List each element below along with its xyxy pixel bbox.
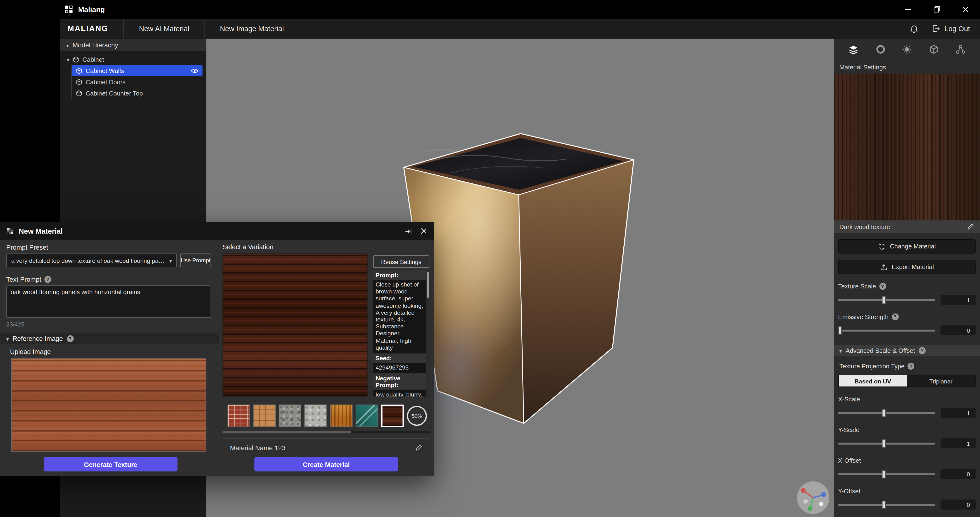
thumbnail-teal-marble[interactable] xyxy=(356,404,378,427)
tree-item-cabinet[interactable]: Cabinet xyxy=(60,54,207,65)
window-title: Maliang xyxy=(78,5,105,13)
projection-option-based-on-uv[interactable]: Based on UV xyxy=(839,375,907,387)
screen: Maliang MALIANG New AI Material New Imag… xyxy=(0,0,980,517)
edit-pencil-icon[interactable] xyxy=(967,223,974,230)
tree-item-label: Cabinet xyxy=(83,56,104,63)
thumbnail-gray-stone[interactable] xyxy=(304,404,327,427)
thumbnail-dark-wood-selected[interactable] xyxy=(381,404,404,427)
export-material-label: Export Material xyxy=(892,263,934,270)
texture-projection-label-row: Texture Projection Type xyxy=(834,356,980,370)
slider-thumb[interactable] xyxy=(882,296,886,304)
slider-label: Emissive Strength xyxy=(838,314,889,320)
model-hierarchy-header[interactable]: Model Hierachy xyxy=(60,39,207,51)
restore-button[interactable] xyxy=(923,0,951,19)
notifications-bell-icon[interactable] xyxy=(909,24,919,33)
x-scale-slider[interactable] xyxy=(838,412,935,414)
x-offset-group: X-Offset 0 xyxy=(838,457,976,479)
texture-scale-value[interactable]: 1 xyxy=(941,295,976,305)
create-material-button[interactable]: Create Material xyxy=(255,457,398,471)
text-prompt-input[interactable]: oak wood flooring panels with horizontal… xyxy=(6,285,211,318)
export-material-button[interactable]: Export Material xyxy=(838,260,976,274)
variation-preview-image[interactable] xyxy=(223,254,368,396)
collapse-caret-icon xyxy=(6,335,9,342)
scrollbar-thumb[interactable] xyxy=(223,431,352,433)
cube-icon[interactable] xyxy=(929,44,939,54)
new-material-dialog: New Material Prompt Preset a very detail… xyxy=(0,222,434,476)
y-scale-value[interactable]: 1 xyxy=(941,438,976,448)
settings-value: low quality, blurry, lines, patterns xyxy=(373,390,426,396)
info-icon xyxy=(67,335,73,342)
close-button[interactable] xyxy=(951,0,980,19)
tab-new-image-material[interactable]: New Image Material xyxy=(204,19,299,38)
dock-right-icon[interactable] xyxy=(404,227,412,235)
advanced-scale-offset-header[interactable]: Advanced Scale & Offset xyxy=(834,345,980,356)
navigation-gizmo[interactable] xyxy=(795,480,830,515)
export-icon xyxy=(880,263,887,271)
slider-thumb[interactable] xyxy=(838,326,842,335)
restore-icon xyxy=(933,5,940,13)
app-icon xyxy=(64,5,73,14)
generation-progress-badge[interactable]: 50% xyxy=(407,406,427,426)
x-scale-value[interactable]: 1 xyxy=(941,408,976,418)
change-material-button[interactable]: Change Material xyxy=(838,239,976,254)
reuse-settings-button[interactable]: Reuse Settings xyxy=(373,255,430,268)
dialog-titlebar[interactable]: New Material xyxy=(0,222,434,240)
material-name-field[interactable]: Material Name 123 xyxy=(230,444,285,451)
prompt-preset-select[interactable]: a very detailed top down texture of oak … xyxy=(6,254,177,267)
edit-pencil-icon[interactable] xyxy=(415,444,422,451)
ring-icon[interactable] xyxy=(876,44,886,54)
sun-icon[interactable] xyxy=(902,44,912,54)
minimize-icon xyxy=(904,5,912,13)
tab-new-ai-material[interactable]: New AI Material xyxy=(123,19,204,38)
slider-thumb[interactable] xyxy=(882,409,886,417)
slider-thumb[interactable] xyxy=(882,439,886,447)
settings-scrollbar[interactable] xyxy=(426,270,430,396)
tree-item-cabinet-doors[interactable]: Cabinet Doors xyxy=(72,76,202,87)
settings-label: Prompt: xyxy=(373,270,426,280)
slider-label: Y-Offset xyxy=(838,488,861,495)
emissive-strength-slider[interactable] xyxy=(838,329,935,331)
select-variation-label: Select a Variation xyxy=(223,243,274,251)
slider-label: Y-Scale xyxy=(838,427,859,433)
use-prompt-button[interactable]: Use Prompt xyxy=(180,254,211,267)
slider-thumb[interactable] xyxy=(882,470,886,478)
y-offset-group: Y-Offset 0 xyxy=(838,488,976,509)
texture-scale-slider[interactable] xyxy=(838,299,935,301)
info-icon xyxy=(919,347,926,354)
model-hierarchy-title: Model Hierachy xyxy=(73,41,118,49)
projection-option-triplanar[interactable]: Triplanar xyxy=(907,375,975,387)
dialog-close-icon[interactable] xyxy=(420,227,428,235)
y-offset-value[interactable]: 0 xyxy=(941,500,976,509)
minimize-button[interactable] xyxy=(894,0,923,19)
thumbnail-orange-wood[interactable] xyxy=(330,404,353,427)
thumbnail-tan-wood-planks[interactable] xyxy=(253,404,276,427)
tree-item-cabinet-counter-top[interactable]: Cabinet Counter Top xyxy=(72,87,202,98)
thumbnail-gravel[interactable] xyxy=(279,404,301,427)
generate-texture-button[interactable]: Generate Texture xyxy=(44,457,177,471)
thumbnail-red-brick[interactable] xyxy=(228,404,250,427)
x-offset-slider[interactable] xyxy=(838,473,935,475)
app-logo: MALIANG xyxy=(60,24,123,33)
text-prompt-label: Text Prompt xyxy=(6,275,51,283)
y-scale-slider[interactable] xyxy=(838,442,935,444)
scrollbar-thumb[interactable] xyxy=(427,272,429,298)
material-name-row: Dark wood texture xyxy=(834,220,980,233)
reference-image-section-header[interactable]: Reference Image xyxy=(0,333,219,344)
logout-button[interactable]: Log Out xyxy=(931,24,970,33)
tree-item-cabinet-walls[interactable]: Cabinet Walls xyxy=(72,65,202,76)
layers-icon[interactable] xyxy=(848,44,859,55)
prompt-preset-value: a very detailed top down texture of oak … xyxy=(11,257,166,264)
visibility-eye-icon[interactable] xyxy=(191,67,203,75)
texture-scale-group: Texture Scale 1 xyxy=(838,283,976,305)
node-graph-icon[interactable] xyxy=(955,44,966,54)
tree-item-label: Cabinet Counter Top xyxy=(86,89,143,97)
x-offset-value[interactable]: 0 xyxy=(941,469,976,479)
slider-thumb[interactable] xyxy=(882,501,886,509)
upload-image-label: Upload Image xyxy=(10,348,51,355)
reference-image-preview[interactable] xyxy=(11,358,206,452)
y-offset-slider[interactable] xyxy=(838,504,935,506)
collapse-caret-icon[interactable] xyxy=(67,56,69,63)
settings-label: Negative Prompt: xyxy=(373,374,426,390)
emissive-strength-value[interactable]: 0 xyxy=(941,325,976,335)
thumbnail-scrollbar[interactable] xyxy=(223,431,430,433)
